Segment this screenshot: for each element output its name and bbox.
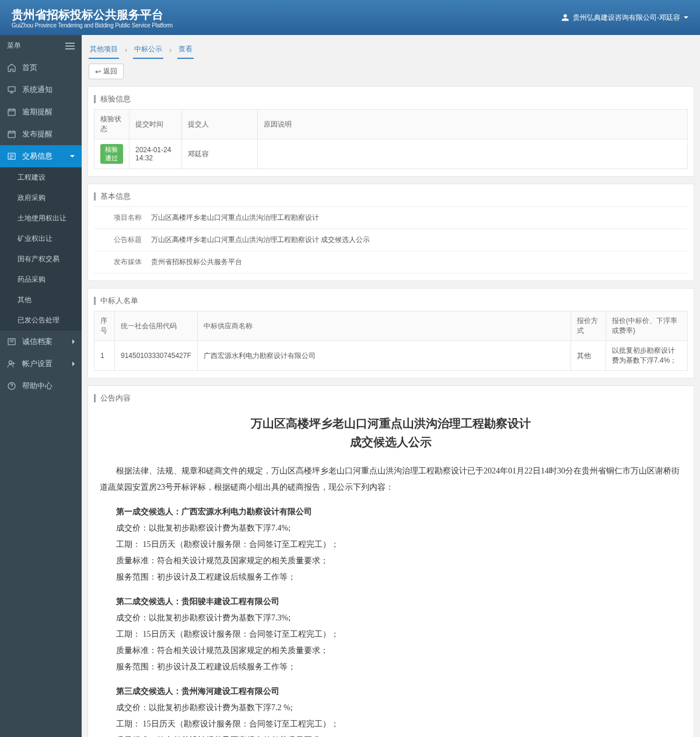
monitor-icon: [7, 85, 16, 94]
nav-account[interactable]: 帐户设置: [0, 353, 82, 375]
sub-land[interactable]: 土地使用权出让: [0, 208, 82, 229]
cell-time: 2024-01-24 14:32: [130, 139, 182, 169]
th-credit: 统一社会信用代码: [115, 311, 198, 341]
chevron-down-icon: [70, 155, 75, 157]
basic-info-title: 基本信息: [94, 189, 688, 206]
crumb-sep: ›: [125, 46, 127, 54]
nav-overdue-remind[interactable]: 逾期提醒: [0, 101, 82, 123]
nav-trade-info[interactable]: 交易信息: [0, 145, 82, 167]
basic-info-panel: 基本信息 项目名称 万山区高楼坪乡老山口河重点山洪沟治理工程勘察设计 公告标题 …: [88, 184, 694, 281]
sub-other[interactable]: 其他: [0, 290, 82, 310]
sub-medicine[interactable]: 药品采购: [0, 269, 82, 290]
candidate1-heading: 第一成交候选人：广西宏源水利电力勘察设计有限公司: [100, 504, 682, 520]
cell-price: 以批复初步勘察设计费为基数下浮7.4%；: [606, 341, 688, 371]
sub-published[interactable]: 已发公告处理: [0, 310, 82, 331]
check-info-table: 核验状态 提交时间 提交人 原因说明 核验通过 2024-01-24 14:32…: [94, 109, 688, 169]
th-idx: 序号: [94, 311, 115, 341]
nav-system-notice[interactable]: 系统通知: [0, 79, 82, 101]
announcement-panel: 公告内容 万山区高楼坪乡老山口河重点山洪沟治理工程勘察设计 成交候选人公示 根据…: [88, 385, 694, 737]
breadcrumb: 其他项目 › 中标公示 › 查看: [82, 35, 700, 59]
main-content: 其他项目 › 中标公示 › 查看 ↩ 返回 核验信息 核验状态 提交时间 提交人: [82, 35, 700, 737]
sub-mining[interactable]: 矿业权出让: [0, 229, 82, 249]
return-icon: ↩: [95, 68, 101, 75]
candidate2-scope: 服务范围：初步设计及工程建设后续服务工作等；: [100, 659, 682, 675]
crumb-view[interactable]: 查看: [177, 41, 194, 59]
account-icon: [7, 359, 16, 368]
nav-integrity-label: 诚信档案: [22, 336, 52, 347]
cell-idx: 1: [94, 341, 115, 371]
trade-info-submenu: 工程建设 政府采购 土地使用权出让 矿业权出让 国有产权交易 药品采购 其他 已…: [0, 167, 82, 331]
user-icon: [561, 13, 569, 22]
svg-rect-1: [65, 45, 75, 47]
table-row: 1 91450103330745427F 广西宏源水利电力勘察设计有限公司 其他…: [94, 341, 688, 371]
cell-credit: 91450103330745427F: [115, 341, 198, 371]
app-header: 贵州省招标投标公共服务平台 GuiZhou Province Tendering…: [0, 0, 700, 35]
nav-integrity[interactable]: 诚信档案: [0, 331, 82, 353]
cell-name: 广西宏源水利电力勘察设计有限公司: [197, 341, 570, 371]
ann-intro: 根据法律、法规、规章和磋商文件的规定，万山区高楼坪乡老山口河重点山洪沟治理工程勘…: [100, 463, 682, 496]
nav-help[interactable]: 帮助中心: [0, 375, 82, 397]
nav-home-label: 首页: [22, 62, 37, 73]
svg-rect-0: [65, 43, 75, 44]
table-row: 核验通过 2024-01-24 14:32 邓廷容: [94, 139, 688, 169]
th-person: 提交人: [182, 110, 258, 139]
chevron-right-icon: [72, 362, 75, 366]
crumb-sep: ›: [169, 46, 172, 54]
app-subtitle: GuiZhou Province Tendering and Bidding P…: [12, 22, 173, 29]
candidate3-duration: 工期： 15日历天（勘察设计服务限：合同签订至工程完工）；: [100, 716, 682, 732]
nav-account-label: 帐户设置: [22, 359, 52, 369]
candidate2-price: 成交价：以批复初步勘察设计费为基数下浮7.3%;: [100, 610, 682, 626]
candidate1-scope: 服务范围：初步设计及工程建设后续服务工作等；: [100, 569, 682, 585]
sidebar: 菜单 首页 系统通知 逾期提醒 发布提醒: [0, 35, 82, 737]
announcement-body: 万山区高楼坪乡老山口河重点山洪沟治理工程勘察设计 成交候选人公示 根据法律、法规…: [94, 408, 688, 737]
svg-rect-5: [8, 131, 15, 138]
calendar2-icon: [7, 129, 16, 139]
nav-publish-remind[interactable]: 发布提醒: [0, 123, 82, 145]
candidate3-quality: 质量标准：符合相关设计规范及国家规定的相关质量要求；: [100, 732, 682, 737]
back-button[interactable]: ↩ 返回: [89, 64, 124, 79]
home-icon: [7, 63, 16, 72]
crumb-winning-bid[interactable]: 中标公示: [133, 41, 163, 59]
ann-title-line1: 万山区高楼坪乡老山口河重点山洪沟治理工程勘察设计: [100, 414, 682, 433]
th-reason: 原因说明: [258, 110, 688, 139]
candidate1-duration: 工期： 15日历天（勘察设计服务限：合同签订至工程完工）；: [100, 536, 682, 553]
chevron-right-icon: [72, 339, 75, 344]
candidate1-quality: 质量标准：符合相关设计规范及国家规定的相关质量要求；: [100, 553, 682, 569]
nav-home[interactable]: 首页: [0, 57, 82, 79]
th-method: 报价方式: [571, 311, 606, 341]
sidebar-menu-label: 菜单: [7, 41, 21, 51]
value-project: 万山区高楼坪乡老山口河重点山洪沟治理工程勘察设计: [146, 207, 688, 229]
calendar-icon: [7, 107, 16, 117]
winners-panel: 中标人名单 序号 统一社会信用代码 中标供应商名称 报价方式 报价(中标价、下浮…: [88, 288, 694, 378]
candidate2-duration: 工期： 15日历天（勘察设计服务限：合同签订至工程完工）；: [100, 626, 682, 643]
th-status: 核验状态: [94, 110, 130, 139]
crumb-other-projects[interactable]: 其他项目: [89, 41, 119, 59]
menu-toggle-icon[interactable]: [65, 43, 75, 50]
sub-state-assets[interactable]: 国有产权交易: [0, 249, 82, 269]
th-name: 中标供应商名称: [197, 311, 570, 341]
list-icon: [7, 152, 16, 161]
user-menu[interactable]: 贵州弘典建设咨询有限公司-邓廷容: [561, 13, 688, 23]
label-ann-title: 公告标题: [94, 229, 146, 251]
candidate1-price: 成交价：以批复初步勘察设计费为基数下浮7.4%;: [100, 520, 682, 536]
status-badge: 核验通过: [100, 144, 123, 164]
back-button-label: 返回: [103, 66, 117, 76]
svg-rect-4: [8, 109, 15, 115]
app-title-block: 贵州省招标投标公共服务平台 GuiZhou Province Tendering…: [12, 7, 173, 29]
sub-gov-procurement[interactable]: 政府采购: [0, 188, 82, 208]
check-info-title: 核验信息: [94, 92, 688, 109]
label-media: 发布媒体: [94, 251, 146, 273]
winners-table: 序号 统一社会信用代码 中标供应商名称 报价方式 报价(中标价、下浮率或费率) …: [94, 311, 688, 371]
cell-method: 其他: [571, 341, 606, 371]
nav-overdue-remind-label: 逾期提醒: [22, 107, 52, 117]
sidebar-header: 菜单: [0, 35, 82, 57]
th-time: 提交时间: [130, 110, 182, 139]
candidate2-quality: 质量标准：符合相关设计规范及国家规定的相关质量要求；: [100, 643, 682, 659]
cell-person: 邓廷容: [182, 139, 258, 169]
nav-publish-remind-label: 发布提醒: [22, 129, 52, 139]
archive-icon: [7, 337, 16, 346]
user-name: 贵州弘典建设咨询有限公司-邓廷容: [573, 13, 680, 23]
value-media: 贵州省招标投标公共服务平台: [146, 251, 688, 273]
app-title: 贵州省招标投标公共服务平台: [12, 7, 173, 22]
sub-construction[interactable]: 工程建设: [0, 167, 82, 188]
